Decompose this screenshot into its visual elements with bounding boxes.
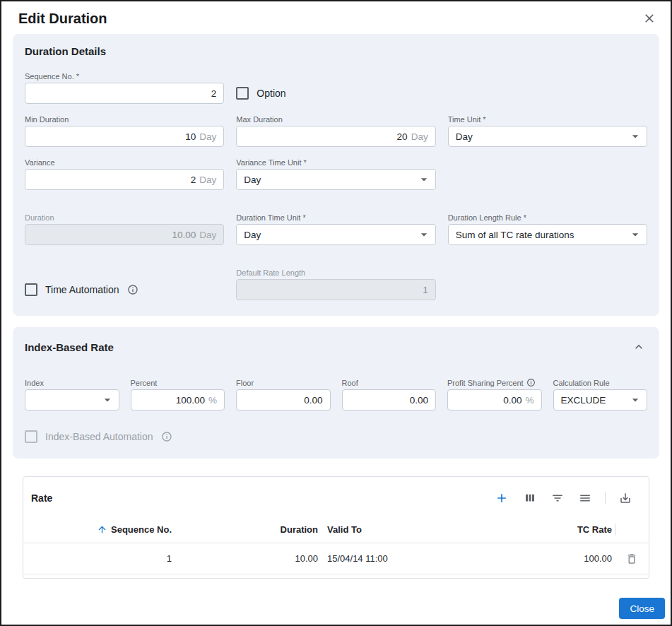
duration-label: Duration [25,213,224,222]
dialog-titlebar: Edit Duration [1,1,671,34]
calculation-rule-select[interactable]: EXCLUDE [553,389,648,411]
variance-value: 2 [191,175,196,185]
time-unit-field: Time Unit * Day [448,114,647,147]
info-icon[interactable] [127,284,138,295]
density-icon[interactable] [577,490,593,506]
index-select[interactable] [25,389,119,411]
chevron-down-icon [417,172,431,187]
duration-time-unit-field: Duration Time Unit * Day [236,213,435,245]
column-header-valid-to[interactable]: Valid To [318,524,438,535]
option-checkbox[interactable] [236,87,249,100]
cell-valid-to: 15/04/14 11:00 [318,553,438,564]
time-unit-select[interactable]: Day [448,126,647,147]
calculation-rule-field: Calculation Rule EXCLUDE [553,378,648,411]
variance-field: Variance 2 Day [25,158,224,190]
delete-icon[interactable] [624,551,639,567]
duration-details-heading: Duration Details [25,45,647,57]
duration-suffix: Day [199,230,216,240]
variance-suffix: Day [199,175,216,185]
sequence-no-label: Sequence No. * [25,71,224,81]
option-checkbox-row: Option [236,87,435,104]
column-header-actions [615,516,649,543]
min-duration-suffix: Day [199,131,216,142]
sequence-no-value: 2 [211,88,217,99]
calculation-rule-label: Calculation Rule [553,378,648,387]
duration-time-unit-label: Duration Time Unit * [236,213,435,222]
index-based-automation-label: Index-Based Automation [45,431,153,442]
dialog-title: Edit Duration [18,11,107,27]
rate-table-header: Sequence No. Duration Valid To TC Rate [23,516,649,543]
variance-label: Variance [25,158,224,167]
option-checkbox-label: Option [257,88,285,99]
roof-field: Roof 0.00 [342,378,437,411]
variance-time-unit-label: Variance Time Unit * [236,158,435,167]
edit-duration-dialog: Edit Duration Duration Details Sequence … [0,0,672,626]
chevron-down-icon [628,393,642,407]
floor-field: Floor 0.00 [236,378,331,411]
index-based-automation-row: Index-Based Automation [25,430,647,443]
rate-heading: Rate [31,492,52,504]
column-header-tc-rate[interactable]: TC Rate [438,524,615,535]
min-duration-label: Min Duration [25,114,224,124]
filter-icon[interactable] [550,490,565,506]
roof-label: Roof [342,378,437,387]
floor-input[interactable]: 0.00 [236,389,331,411]
download-icon[interactable] [618,490,633,506]
variance-time-unit-value: Day [244,175,261,185]
chevron-down-icon [628,129,642,143]
floor-value: 0.00 [304,395,322,406]
percent-value: 100.00 [176,395,205,406]
percent-field: Percent 100.00 % [131,378,225,411]
max-duration-label: Max Duration [236,114,435,124]
calculation-rule-value: EXCLUDE [561,395,606,406]
index-field: Index [25,378,119,411]
column-header-sequence-no[interactable]: Sequence No. [23,524,172,535]
percent-label: Percent [131,378,225,387]
sequence-no-input[interactable]: 2 [25,83,224,104]
max-duration-input[interactable]: 20 Day [236,126,435,147]
dialog-footer: Close [1,598,671,625]
profit-sharing-percent-input[interactable]: 0.00 % [447,389,542,411]
min-duration-input[interactable]: 10 Day [25,126,224,147]
variance-input[interactable]: 2 Day [25,169,224,190]
time-unit-label: Time Unit * [448,114,647,124]
index-based-rate-heading: Index-Based Rate [25,341,114,353]
index-based-rate-section: Index-Based Rate Index Percent 100.00 % [13,327,659,459]
default-rate-length-field: Default Rate Length 1 [236,268,435,300]
time-automation-checkbox[interactable] [25,283,37,296]
floor-label: Floor [236,378,331,387]
duration-input: 10.00 Day [25,224,224,245]
duration-length-rule-field: Duration Length Rule * Sum of all TC rat… [448,213,647,245]
index-label: Index [25,378,119,387]
info-icon[interactable] [161,431,172,442]
profit-sharing-percent-value: 0.00 [503,395,521,406]
close-icon[interactable] [641,10,658,27]
add-icon[interactable] [493,490,510,507]
rate-table-card: Rate [23,476,649,579]
duration-length-rule-select[interactable]: Sum of all TC rate durations [448,224,647,245]
variance-time-unit-select[interactable]: Day [236,169,435,190]
info-icon[interactable] [526,378,536,387]
table-row[interactable]: 1 10.00 15/04/14 11:00 100.00 [23,543,649,574]
duration-field: Duration 10.00 Day [25,213,224,245]
cell-sequence-no: 1 [23,553,172,564]
chevron-down-icon [100,393,114,407]
duration-length-rule-label: Duration Length Rule * [448,213,647,222]
columns-icon[interactable] [522,490,538,506]
duration-time-unit-value: Day [244,230,261,240]
chevron-down-icon [628,228,642,242]
roof-value: 0.00 [410,395,428,406]
close-button[interactable]: Close [619,598,665,619]
toolbar-divider [605,492,606,504]
collapse-chevron-up-icon[interactable] [630,338,647,355]
sort-ascending-icon [97,524,107,535]
column-header-duration[interactable]: Duration [172,524,318,535]
max-duration-suffix: Day [411,131,428,142]
profit-sharing-percent-label: Profit Sharing Percent [447,378,542,387]
percent-input[interactable]: 100.00 % [131,389,225,411]
duration-time-unit-select[interactable]: Day [236,224,435,245]
roof-input[interactable]: 0.00 [342,389,437,411]
profit-sharing-percent-field: Profit Sharing Percent 0.00 % [447,378,542,411]
cell-tc-rate: 100.00 [438,553,615,564]
profit-sharing-percent-suffix: % [525,395,534,406]
